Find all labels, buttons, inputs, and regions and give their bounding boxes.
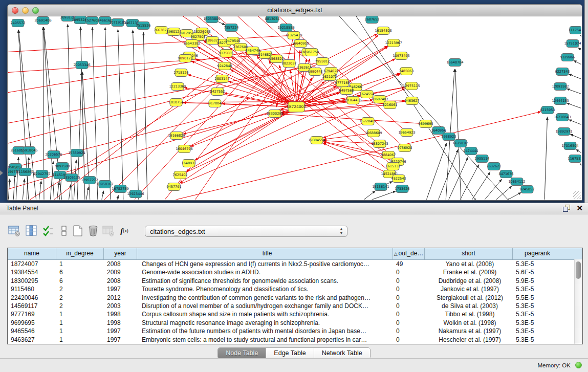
column-header-name[interactable]: name (8, 248, 56, 259)
column-header-title[interactable]: title (137, 248, 393, 259)
float-panel-icon[interactable] (563, 205, 570, 212)
node-label: 12923446 (127, 192, 144, 196)
table-row[interactable]: 946554611997Estimation of the future num… (8, 327, 582, 335)
node-label: 10973493 (393, 54, 409, 58)
citation-network-graph[interactable]: 2405572206914062093170109532871527602646… (8, 16, 581, 200)
cell-pagerank: 5.9E-5 (513, 277, 562, 285)
cell-short: Dudbridge et al. (2008) (425, 277, 513, 285)
cell-out_de: 0 (393, 336, 425, 344)
node-label: 17359924 (68, 151, 85, 155)
network-view-desktop: citations_edges.txt 24055722069140620931… (0, 0, 588, 203)
node-label: 9899695 (419, 122, 433, 126)
edge (361, 191, 376, 200)
node-label: 16033809 (203, 17, 220, 21)
table-settings-icon[interactable] (8, 225, 20, 237)
cell-title: Tourette syndrome. Phenomenology and cla… (137, 285, 393, 293)
node-label: 16154808 (375, 29, 391, 33)
node-label: 6961758 (304, 50, 319, 54)
column-header-short[interactable]: short (425, 248, 513, 259)
node-label: 8454749 (246, 49, 260, 53)
table-vertical-scrollbar[interactable] (574, 259, 582, 344)
network-window-titlebar[interactable]: citations_edges.txt (8, 5, 582, 16)
selected-edge (294, 42, 296, 107)
cell-title: Estimation of significance thresholds fo… (137, 277, 393, 285)
cell-name: 18724007 (8, 260, 56, 268)
right-panel-edge (584, 0, 588, 203)
edge (438, 149, 458, 200)
table-row[interactable]: 1830029562008Estimation of significance … (8, 277, 582, 285)
cell-in_degree: 1 (56, 336, 104, 344)
network-window[interactable]: citations_edges.txt 24055722069140620931… (7, 4, 582, 201)
column-header-pagerank[interactable]: pagerank (513, 248, 562, 259)
node-label: 2718126 (174, 71, 189, 75)
table-row[interactable]: 969969511998Structural magnetic resonanc… (8, 319, 582, 327)
node-label: 917004 (209, 101, 222, 105)
node-label: 2687652 (365, 17, 380, 21)
table-row[interactable]: 2242004622012Investigating the contribut… (8, 294, 582, 302)
cell-title: Estimation of the future numbers of pati… (137, 327, 393, 335)
cell-out_de: 0 (393, 319, 425, 327)
edge (366, 191, 396, 200)
table-row[interactable]: 1456911722003Disruption of a novel membe… (8, 302, 582, 310)
cell-out_de: 0 (393, 268, 425, 276)
edge (580, 163, 581, 167)
node-label: 9827503 (191, 35, 206, 39)
row-height-icon[interactable] (58, 225, 70, 237)
table-row[interactable]: 1938455462009Genome-wide association stu… (8, 268, 582, 276)
network-window-title: citations_edges.txt (8, 6, 582, 14)
node-table-body: 1872400712008Changes of HCN gene express… (8, 260, 582, 344)
node-label: 18807243 (371, 142, 388, 146)
selected-edge (180, 107, 296, 183)
cell-title: Embryonic stem cells: a model to study s… (137, 336, 393, 344)
table-row[interactable]: 1872400712008Changes of HCN gene express… (8, 260, 582, 268)
column-header-year[interactable]: year (104, 248, 137, 259)
new-file-icon[interactable] (72, 225, 84, 237)
tab-edge-table[interactable]: Edge Table (266, 348, 314, 359)
node-table: namein_degreeyeartitle△out_de…shortpager… (7, 248, 583, 344)
network-canvas[interactable]: 2405572206914062093170109532871527602646… (8, 16, 581, 200)
edge (483, 179, 502, 200)
panel-collapse-arrow-icon[interactable] (0, 170, 3, 176)
node-label: 15136141 (372, 185, 389, 189)
node-table-header[interactable]: namein_degreeyeartitle△out_de…shortpager… (8, 248, 582, 260)
node-label: 9245052 (520, 187, 535, 191)
cell-name: 9777169 (8, 310, 56, 318)
table-selector-dropdown[interactable]: citations_edges.txt ▲▼ (145, 226, 347, 237)
tab-network-table[interactable]: Network Table (314, 348, 370, 359)
cell-title: Investigating the contribution of common… (137, 294, 393, 302)
select-columns-icon[interactable] (42, 225, 54, 237)
column-header-in_degree[interactable]: in_degree (56, 248, 104, 259)
delete-trash-icon[interactable] (87, 225, 99, 237)
column-header-out_de[interactable]: △out_de… (393, 248, 425, 259)
node-label: 15751074 (564, 41, 581, 46)
node-label: 9890123 (178, 56, 193, 60)
edge (567, 103, 581, 109)
window-resize-grip[interactable] (573, 191, 581, 199)
function-builder-icon[interactable]: f(x) (118, 225, 130, 237)
table-panel-header: Table Panel ✕ (0, 203, 588, 214)
edge (567, 89, 581, 95)
node-label: 6679197 (453, 141, 468, 145)
node-label: 20364436 (344, 98, 361, 102)
edge (117, 195, 118, 200)
close-panel-icon[interactable]: ✕ (576, 204, 583, 212)
scrollbar-thumb[interactable] (576, 261, 581, 279)
node-label: 12444153 (552, 99, 569, 103)
table-selector-value: citations_edges.txt (150, 228, 205, 235)
node-label: 10958167 (96, 182, 113, 186)
cell-in_degree: 1 (56, 260, 104, 268)
edge (92, 27, 98, 200)
tab-node-table[interactable]: Node Table (218, 348, 266, 359)
node-label: 1010754 (169, 100, 184, 104)
cell-in_degree: 1 (56, 319, 104, 327)
column-settings-icon[interactable] (25, 225, 37, 237)
node-label: 9463627 (405, 99, 420, 103)
node-label: 16648784 (446, 60, 463, 64)
memory-ok-indicator (575, 362, 582, 368)
table-row[interactable]: 911546021997Tourette syndrome. Phenomeno… (8, 285, 582, 293)
table-row[interactable]: 977716911998Corpus callosum shape and si… (8, 310, 582, 318)
edge (576, 149, 581, 154)
selected-edge (281, 114, 426, 124)
table-row[interactable]: 946362711997Embryonic stem cells: a mode… (8, 336, 582, 344)
table-panel: Table Panel ✕ (0, 203, 588, 372)
